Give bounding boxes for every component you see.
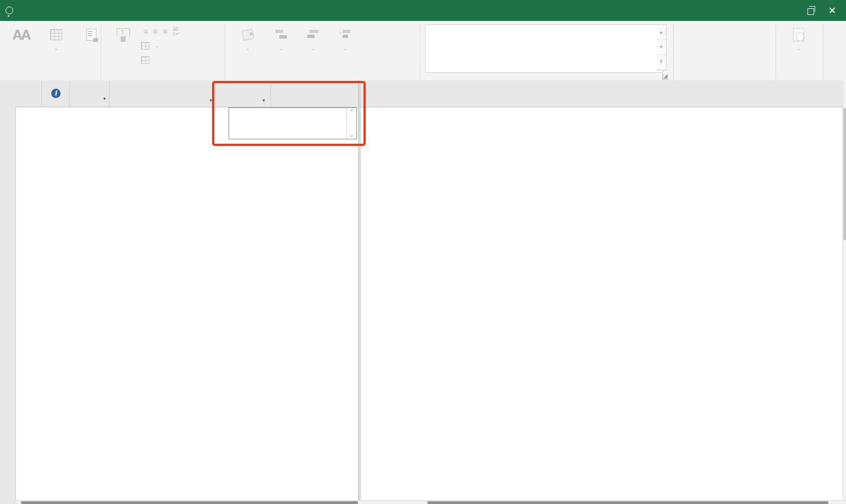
insert-column-button[interactable]	[106, 21, 141, 46]
gridlines-button[interactable]: ⌄	[39, 21, 74, 51]
group-label-drawings	[781, 73, 823, 80]
duration-header[interactable]: ▾	[216, 80, 271, 107]
ms-project-window: ✕ AA ⌄	[0, 0, 846, 504]
task-name-header[interactable]: ▾	[110, 80, 216, 107]
layout-button[interactable]	[74, 21, 109, 46]
new-column-header-editing[interactable]	[271, 80, 361, 107]
column-settings-icon	[141, 42, 149, 50]
slippage-icon	[339, 25, 351, 44]
tell-me-box[interactable]	[0, 0, 24, 21]
gallery-scroll-up-icon[interactable]: ▲	[657, 25, 666, 40]
window-controls: ✕	[807, 0, 846, 21]
align-left-icon[interactable]: ≡	[143, 28, 148, 35]
hscroll-thumb-table[interactable]	[21, 501, 358, 504]
filter-arrow-icon[interactable]: ▾	[262, 97, 265, 103]
drawing-button[interactable]: ⌄	[781, 21, 816, 51]
gallery-more-icon[interactable]: ⊽	[657, 55, 666, 70]
insert-column-icon	[116, 25, 131, 44]
view-bar	[0, 80, 16, 504]
title-bar: ✕	[0, 0, 846, 21]
chevron-down-icon: ⌄	[796, 46, 801, 51]
column-settings-button[interactable]: ⌄	[141, 40, 180, 52]
task-path-button[interactable]: ⌄	[265, 21, 297, 51]
text-styles-icon: AA	[12, 25, 30, 44]
dropdown-items	[229, 108, 346, 139]
format-paint-icon	[242, 25, 253, 44]
lightbulb-icon	[6, 7, 13, 14]
filter-arrow-icon[interactable]: ▾	[209, 97, 212, 103]
ribbon: AA ⌄ ≡ ≡	[0, 21, 846, 81]
row-number-header	[15, 80, 42, 107]
hscroll-thumb-chart[interactable]	[427, 501, 828, 504]
slippage-button[interactable]: ⌄	[329, 21, 361, 51]
alignment-buttons: ≡ ≡ ≡ abc↵	[141, 25, 180, 37]
group-label-format	[3, 73, 101, 80]
chevron-down-icon: ⌄	[54, 46, 58, 51]
close-window-icon[interactable]: ✕	[828, 5, 836, 17]
scroll-up-icon[interactable]: ⌃	[350, 109, 354, 115]
restore-window-icon[interactable]	[807, 8, 814, 15]
info-column-header[interactable]: i	[42, 80, 70, 107]
baseline-button[interactable]: ⌄	[297, 21, 329, 51]
group-label-bar-styles	[230, 73, 420, 80]
group-label-show-hide	[680, 73, 776, 80]
group-label-columns	[106, 73, 225, 80]
text-styles-button[interactable]: AA	[3, 21, 39, 46]
gallery-scrollbar[interactable]: ▲ ▼ ⊽	[657, 24, 666, 71]
chevron-down-icon: ⌄	[343, 46, 348, 51]
timeline-header	[361, 80, 846, 107]
format-button[interactable]: ⌄	[230, 21, 265, 51]
gantt-chart-style-gallery	[425, 24, 663, 73]
task-mode-header[interactable]: ▾	[70, 80, 110, 107]
align-right-icon[interactable]: ≡	[163, 28, 167, 35]
info-icon: i	[51, 89, 61, 98]
custom-fields-icon	[141, 56, 149, 64]
scroll-down-icon[interactable]: ⌄	[350, 132, 354, 138]
layout-icon	[86, 25, 96, 44]
gridlines-icon	[50, 25, 62, 44]
custom-fields-button[interactable]	[141, 54, 180, 66]
gallery-scroll-down-icon[interactable]: ▼	[657, 40, 666, 55]
chevron-down-icon: ⌄	[279, 46, 284, 51]
vertical-scrollbar[interactable]	[842, 80, 846, 500]
chevron-down-icon: ⌄	[246, 46, 250, 51]
field-name-dropdown: ⌃ ⌄	[229, 107, 357, 139]
dropdown-scrollbar[interactable]: ⌃ ⌄	[346, 108, 356, 139]
horizontal-scrollbar[interactable]	[15, 500, 846, 504]
task-path-icon	[275, 25, 288, 44]
vscroll-thumb[interactable]	[843, 108, 846, 240]
dialog-launcher-icon[interactable]	[663, 74, 668, 79]
baseline-icon	[307, 25, 319, 44]
chevron-down-icon: ⌄	[155, 44, 159, 48]
chevron-down-icon: ⌄	[311, 46, 316, 51]
drawing-icon	[793, 25, 804, 44]
wrap-text-icon[interactable]: abc↵	[172, 26, 180, 36]
gantt-chart	[361, 80, 846, 504]
align-center-icon[interactable]: ≡	[153, 28, 158, 35]
filter-arrow-icon[interactable]: ▾	[103, 94, 106, 103]
group-label-gantt-chart-style	[425, 73, 662, 80]
